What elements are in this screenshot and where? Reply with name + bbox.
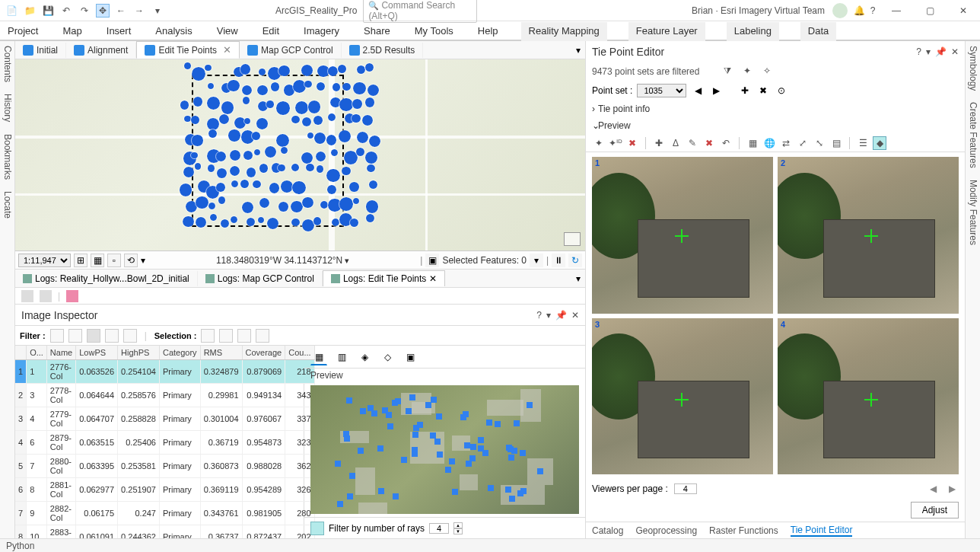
avatar[interactable] <box>832 3 848 18</box>
tpe-tool-undo-icon[interactable]: ↶ <box>719 136 733 150</box>
ribbon-tab-view[interactable]: View <box>215 22 240 41</box>
preview-image[interactable] <box>310 385 579 514</box>
pointset-add-icon[interactable]: ✚ <box>738 84 752 97</box>
qat-menu-icon[interactable]: ▾ <box>151 4 164 18</box>
refresh-icon[interactable]: ↻ <box>568 254 582 267</box>
column-header[interactable]: Coverage <box>242 346 285 360</box>
selection-icon[interactable]: ▣ <box>425 254 439 267</box>
dynamic-icon[interactable]: ⟲ <box>124 254 138 267</box>
log-tab-gcp[interactable]: Logs: Map GCP Control <box>198 271 323 286</box>
sel-btn-3-icon[interactable] <box>237 329 251 343</box>
bottom-tab-catalog[interactable]: Catalog <box>592 525 623 536</box>
ray-filter-icon[interactable] <box>310 522 324 535</box>
minimize-button[interactable]: — <box>880 0 913 21</box>
ribbon-tab-help[interactable]: Help <box>476 22 500 41</box>
ribbon-tab-share[interactable]: Share <box>362 22 392 41</box>
tpe-tool-pt-add-icon[interactable]: ✚ <box>652 136 666 150</box>
undo-icon[interactable]: ↶ <box>59 4 73 18</box>
tpe-filter-icon[interactable]: ⧩ <box>724 65 736 78</box>
redo-icon[interactable]: ↷ <box>78 4 91 18</box>
ribbon-ctx-labeling[interactable]: Labeling <box>727 22 779 41</box>
scale-dropdown[interactable]: 1:11,947 <box>18 254 71 267</box>
filter-btn-2-icon[interactable] <box>68 329 82 343</box>
close-icon[interactable]: ✕ <box>429 273 437 284</box>
ribbon-tab-analysis[interactable]: Analysis <box>154 22 193 41</box>
ribbon-tab-mytools[interactable]: My Tools <box>413 22 455 41</box>
pointset-dropdown[interactable]: 1035 <box>637 84 686 97</box>
rail-bookmarks[interactable]: Bookmarks <box>2 134 13 180</box>
adjust-button[interactable]: Adjust <box>911 502 959 518</box>
tpe-section-preview[interactable]: ⌄Preview <box>586 117 965 134</box>
tpe-options-icon[interactable]: ▾ <box>926 46 931 57</box>
save-icon[interactable]: 💾 <box>41 4 55 18</box>
ray-up-button[interactable]: ▲ <box>453 522 463 528</box>
close-button[interactable]: ✕ <box>947 0 980 21</box>
column-header[interactable]: RMS <box>200 346 242 360</box>
tpe-add-filter-icon[interactable]: ✦ <box>743 65 756 78</box>
preview-mode-2-icon[interactable]: ▥ <box>333 349 350 365</box>
bottom-tab-raster[interactable]: Raster Functions <box>709 525 778 536</box>
column-header[interactable] <box>15 346 27 360</box>
ribbon-ctx-reality-mapping[interactable]: Reality Mapping <box>521 22 607 41</box>
ribbon-tab-edit[interactable]: Edit <box>261 22 281 41</box>
map-status-menu-icon[interactable]: ▾ <box>141 255 145 266</box>
explore-tool-icon[interactable]: ✥ <box>96 4 110 18</box>
new-project-icon[interactable]: 📄 <box>5 4 18 18</box>
preview-mode-5-icon[interactable]: ▣ <box>402 349 418 365</box>
tpe-tool-highlight-icon[interactable]: ◆ <box>873 136 886 150</box>
rail-create-features[interactable]: Create Features <box>968 102 978 168</box>
help-icon[interactable]: ? <box>866 4 880 18</box>
inspector-close-icon[interactable]: ✕ <box>571 310 579 321</box>
table-row[interactable]: 8102883-Col0.0610910.244362Primary0.3673… <box>15 525 314 539</box>
inspector-table[interactable]: O...NameLowPSHighPSCategoryRMSCoverageCo… <box>15 346 304 538</box>
tpe-tool-fit-icon[interactable]: ⤢ <box>796 136 810 150</box>
inspector-help-icon[interactable]: ? <box>536 310 542 321</box>
preview-mode-1-icon[interactable]: ▦ <box>310 349 327 365</box>
pointset-next-button[interactable]: ▶ <box>709 84 723 97</box>
user-label[interactable]: Brian · Esri Imagery Virtual Team <box>692 5 825 16</box>
status-python[interactable]: Python <box>6 541 34 551</box>
tpe-page-next-button[interactable]: ▶ <box>946 483 959 494</box>
view-tab-initial[interactable]: Initial <box>15 43 66 58</box>
command-search-input[interactable]: 🔍 Command Search (Alt+Q) <box>363 0 477 23</box>
log-tabs-menu-icon[interactable]: ▾ <box>571 273 585 284</box>
log-tab-tiepoints[interactable]: Logs: Edit Tie Points✕ <box>323 270 445 286</box>
table-row[interactable]: 682881-Col0.0629770.251907Primary0.36911… <box>15 478 314 502</box>
tpe-viewer-4[interactable]: 4 <box>778 318 959 475</box>
table-row[interactable]: 572880-Col0.0633950.253581Primary0.36087… <box>15 455 314 478</box>
log-tool-1-icon[interactable] <box>21 290 33 302</box>
back-icon[interactable]: ← <box>114 4 128 18</box>
ribbon-ctx-data[interactable]: Data <box>800 22 836 41</box>
close-icon[interactable]: ✕ <box>223 44 231 56</box>
tpe-viewer-2[interactable]: 2 <box>778 157 959 314</box>
view-tab-25d-results[interactable]: 2.5D Results <box>342 43 424 58</box>
table-row[interactable]: 342779-Col0.0647070.258828Primary0.30100… <box>15 407 314 431</box>
table-row[interactable]: 462879-Col0.0635150.25406Primary0.367190… <box>15 431 314 455</box>
ray-count-input[interactable] <box>429 523 449 534</box>
preview-mode-3-icon[interactable]: ◈ <box>356 349 373 365</box>
table-row[interactable]: 112776-Col0.0635260.254104Primary0.32487… <box>15 360 314 384</box>
tpe-tool-grid-icon[interactable]: ▤ <box>829 136 843 150</box>
forward-icon[interactable]: → <box>132 4 146 18</box>
sel-btn-4-icon[interactable] <box>256 329 269 343</box>
column-header[interactable]: LowPS <box>76 346 118 360</box>
tpe-help-icon[interactable]: ? <box>916 46 921 57</box>
ribbon-tab-insert[interactable]: Insert <box>105 22 133 41</box>
tpe-tool-add-icon[interactable]: ✦ <box>592 136 606 150</box>
navigator-icon[interactable] <box>564 232 581 246</box>
pointset-locate-icon[interactable]: ⊙ <box>775 84 788 97</box>
viewers-input[interactable] <box>674 483 697 494</box>
filter-btn-5-icon[interactable] <box>123 329 137 343</box>
preview-mode-4-icon[interactable]: ◇ <box>379 349 396 365</box>
map-canvas[interactable] <box>15 59 585 251</box>
tpe-tool-link-icon[interactable]: ⇄ <box>779 136 793 150</box>
sel-btn-1-icon[interactable] <box>201 329 215 343</box>
view-tab-alignment[interactable]: Alignment <box>66 43 136 58</box>
log-tab-initial[interactable]: Logs: Reality_Hollyw...Bowl_2D_initial <box>15 271 198 286</box>
tpe-viewer-3[interactable]: 3 <box>592 318 773 475</box>
tpe-tool-pt-del-icon[interactable]: ✖ <box>702 136 716 150</box>
open-project-icon[interactable]: 📁 <box>23 4 37 18</box>
filter-btn-4-icon[interactable] <box>105 329 119 343</box>
log-tool-3-icon[interactable] <box>66 290 78 302</box>
tpe-tool-list-icon[interactable]: ☰ <box>856 136 870 150</box>
